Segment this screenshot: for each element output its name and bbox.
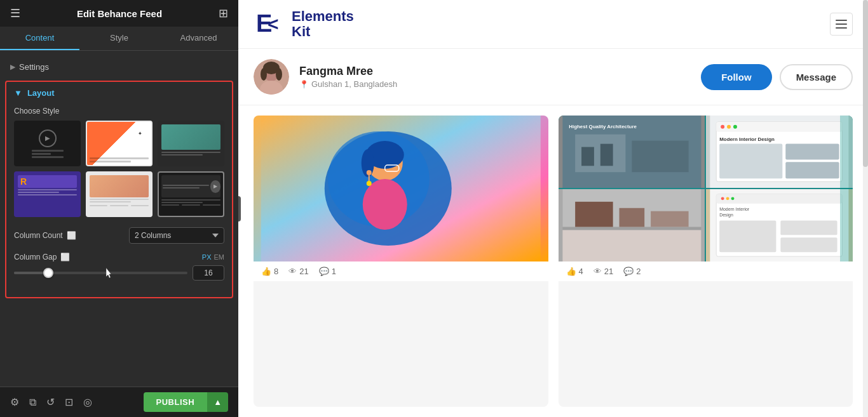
tab-content[interactable]: Content [0, 27, 79, 50]
publish-group: PUBLISH ▲ [144, 392, 228, 412]
svg-rect-33 [719, 144, 782, 179]
column-gap-label: Column Gap ⬜ [14, 253, 70, 261]
tab-advanced[interactable]: Advanced [159, 27, 238, 50]
location-pin-icon: 📍 [299, 80, 309, 89]
choose-style-label: Choose Style [6, 104, 232, 121]
svg-text:Highest Quality Architecture: Highest Quality Architecture [569, 124, 637, 129]
portfolio-grid: 👍 8 👁 21 💬 1 [238, 105, 868, 417]
follow-button[interactable]: Follow [701, 64, 772, 90]
left-panel: ☰ Edit Behance Feed ⊞ Content Style Adva… [0, 0, 238, 417]
gap-unit-px[interactable]: PX [202, 253, 212, 261]
chat-icon-2: 💬 [623, 267, 634, 276]
svg-point-17 [367, 170, 372, 175]
svg-rect-35 [786, 162, 839, 178]
style-card-2[interactable]: ✦ [86, 121, 153, 166]
layers-toolbar-icon[interactable]: ⧉ [29, 397, 36, 408]
card2-stats: 👍 4 👁 21 💬 2 [559, 261, 853, 281]
settings-section[interactable]: ▶ Settings [0, 57, 238, 77]
hamburger-icon[interactable]: ☰ [10, 6, 20, 20]
responsive-toolbar-icon[interactable]: ⊡ [65, 396, 73, 408]
style-card-1[interactable]: ▶ [14, 121, 81, 166]
svg-rect-41 [562, 230, 701, 261]
eye-icon-1: 👁 [288, 267, 297, 276]
publish-button[interactable]: PUBLISH [144, 392, 208, 412]
top-nav: E < Elements Kit [238, 0, 868, 49]
svg-text:<: < [268, 13, 279, 34]
nav-line-2 [836, 23, 847, 25]
svg-point-15 [363, 179, 407, 230]
thumbs-up-icon-2: 👍 [566, 267, 576, 276]
layout-header[interactable]: ▼ Layout [6, 82, 232, 104]
tab-style[interactable]: Style [79, 27, 159, 50]
gap-unit-em[interactable]: EM [214, 253, 225, 261]
logo-area: E < Elements Kit [254, 8, 354, 41]
gap-slider-track[interactable] [14, 272, 187, 274]
profile-info: Fangma Mree 📍 Gulshan 1, Bangladesh [299, 65, 691, 89]
style-grid: ▶ [6, 121, 232, 217]
preview-toolbar-icon[interactable]: ◎ [83, 396, 92, 408]
profile-actions: Follow Message [701, 64, 853, 90]
panel-header: ☰ Edit Behance Feed ⊞ [0, 0, 238, 27]
card2-likes-count: 4 [579, 267, 583, 276]
svg-point-46 [726, 197, 729, 200]
svg-rect-22 [632, 141, 688, 173]
style-card-6[interactable]: ▶ [158, 171, 224, 217]
nav-line-1 [836, 20, 847, 21]
style-card-5[interactable] [86, 171, 153, 217]
elements-kit-logo-icon: E < [254, 8, 287, 41]
svg-point-30 [727, 125, 731, 129]
gap-monitor-icon: ⬜ [60, 253, 70, 261]
gap-value[interactable]: 16 [193, 265, 224, 281]
column-gap-row: Column Gap ⬜ PX EM 16 [6, 249, 232, 291]
collapse-handle[interactable]: ◀ [238, 196, 241, 222]
nav-hamburger-button[interactable] [830, 13, 853, 36]
scrollbar-thumb[interactable] [863, 0, 868, 167]
svg-rect-51 [781, 221, 837, 235]
message-button[interactable]: Message [780, 64, 853, 90]
slider-row: 16 [14, 265, 224, 281]
style-card-4[interactable]: R [14, 171, 81, 217]
arch-cell-top-right: Modern Interior Design [706, 116, 853, 188]
profile-area: Fangma Mree 📍 Gulshan 1, Bangladesh Foll… [238, 49, 868, 105]
panel-title: Edit Behance Feed [77, 8, 162, 19]
card2-likes: 👍 4 [566, 267, 583, 276]
card1-likes: 👍 8 [261, 267, 278, 276]
settings-arrow-icon: ▶ [10, 63, 15, 71]
card1-comments-count: 1 [332, 267, 336, 276]
svg-text:Modern Interior: Modern Interior [719, 207, 750, 211]
column-count-label: Column Count ⬜ [14, 231, 129, 240]
card1-views-count: 21 [299, 267, 308, 276]
right-scrollbar[interactable] [863, 0, 868, 417]
slider-thumb[interactable] [43, 268, 53, 278]
arch-cell-bottom-left [559, 189, 705, 261]
card1-likes-count: 8 [274, 267, 278, 276]
layout-section: ▼ Layout Choose Style ▶ [5, 81, 233, 298]
svg-text:Design: Design [719, 213, 733, 218]
card2-comments-count: 2 [636, 267, 641, 276]
svg-point-31 [733, 125, 737, 129]
location-text: Gulshan 1, Bangladesh [311, 79, 397, 89]
column-count-row: Column Count ⬜ 1 Column 2 Columns 3 Colu… [6, 222, 232, 249]
publish-arrow-button[interactable]: ▲ [207, 392, 228, 412]
panel-content: ▶ Settings ▼ Layout Choose Style ▶ [0, 51, 238, 387]
svg-point-47 [731, 197, 735, 200]
card2-comments: 💬 2 [623, 267, 641, 276]
column-gap-text: Column Gap [14, 253, 57, 261]
card2-views-count: 21 [604, 267, 613, 276]
svg-point-29 [721, 125, 724, 129]
svg-rect-50 [719, 221, 776, 253]
settings-toolbar-icon[interactable]: ⚙ [10, 396, 19, 408]
card1-lines [32, 150, 64, 158]
portfolio-card-1: 👍 8 👁 21 💬 1 [254, 116, 548, 407]
card1-comments: 💬 1 [319, 267, 336, 276]
profile-location: 📍 Gulshan 1, Bangladesh [299, 79, 691, 89]
card1-views: 👁 21 [288, 267, 308, 276]
settings-label: Settings [19, 62, 49, 72]
svg-point-45 [721, 197, 724, 200]
history-toolbar-icon[interactable]: ↺ [46, 396, 55, 408]
svg-rect-24 [600, 144, 613, 166]
grid-icon[interactable]: ⊞ [219, 6, 228, 20]
style-card-3[interactable] [158, 121, 224, 166]
arch-cell-bottom-right: Modern Interior Design [706, 189, 853, 261]
column-count-select[interactable]: 1 Column 2 Columns 3 Columns 4 Columns [129, 227, 224, 244]
